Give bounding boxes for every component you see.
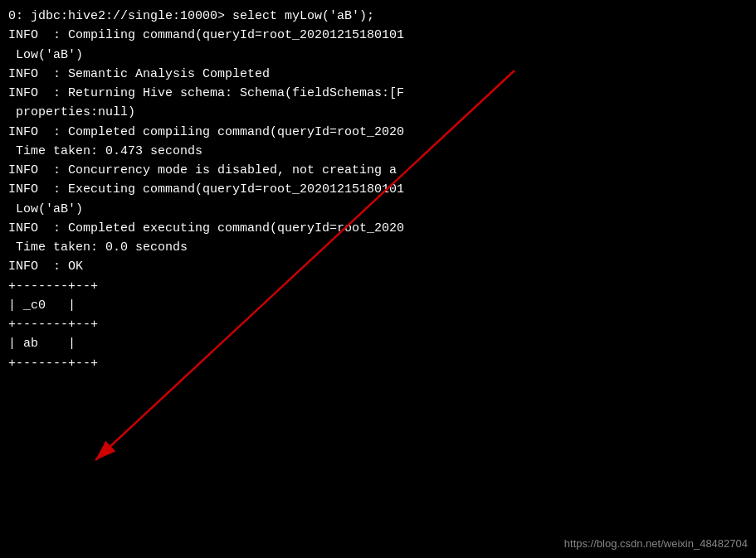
terminal-window: 0: jdbc:hive2://single:10000> select myL… bbox=[0, 0, 756, 558]
watermark-text: https://blog.csdn.net/weixin_48482704 bbox=[564, 537, 748, 550]
terminal-line: INFO : OK bbox=[8, 257, 748, 276]
terminal-line: INFO : Concurrency mode is disabled, not… bbox=[8, 161, 748, 180]
terminal-output: 0: jdbc:hive2://single:10000> select myL… bbox=[8, 7, 748, 373]
terminal-line: INFO : Semantic Analysis Completed bbox=[8, 65, 748, 84]
terminal-line: Time taken: 0.473 seconds bbox=[8, 142, 748, 161]
terminal-line: Time taken: 0.0 seconds bbox=[8, 238, 748, 257]
terminal-line: INFO : Returning Hive schema: Schema(fie… bbox=[8, 84, 748, 103]
terminal-line: +-------+--+ bbox=[8, 354, 748, 373]
terminal-line: +-------+--+ bbox=[8, 315, 748, 334]
terminal-line: | _c0 | bbox=[8, 296, 748, 315]
terminal-line: +-------+--+ bbox=[8, 277, 748, 296]
terminal-line: INFO : Completed executing command(query… bbox=[8, 219, 748, 238]
terminal-line: Low('aB') bbox=[8, 200, 748, 219]
terminal-line: | ab | bbox=[8, 334, 748, 353]
terminal-line: 0: jdbc:hive2://single:10000> select myL… bbox=[8, 7, 748, 26]
terminal-line: INFO : Completed compiling command(query… bbox=[8, 123, 748, 142]
terminal-line: INFO : Compiling command(queryId=root_20… bbox=[8, 26, 748, 45]
terminal-line: INFO : Executing command(queryId=root_20… bbox=[8, 180, 748, 199]
terminal-line: properties:null) bbox=[8, 103, 748, 122]
terminal-line: Low('aB') bbox=[8, 46, 748, 65]
